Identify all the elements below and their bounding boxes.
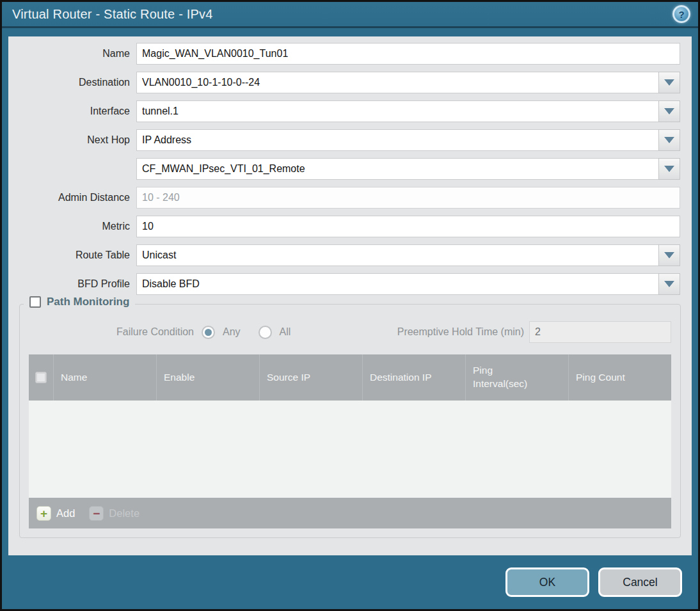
chevron-down-icon bbox=[664, 166, 674, 172]
column-header-ping-interval[interactable]: Ping Interval(sec) bbox=[465, 354, 568, 401]
select-all-checkbox[interactable] bbox=[35, 372, 47, 383]
chevron-down-icon bbox=[664, 108, 674, 115]
radio-all-label: All bbox=[280, 326, 291, 338]
next-hop-label: Next Hop bbox=[8, 134, 130, 146]
chevron-down-icon bbox=[664, 281, 674, 287]
bfd-profile-dropdown-button[interactable] bbox=[658, 273, 680, 295]
add-button[interactable]: + Add bbox=[36, 506, 75, 521]
cancel-button[interactable]: Cancel bbox=[598, 567, 682, 597]
path-monitoring-checkbox[interactable] bbox=[29, 296, 41, 308]
preemptive-hold-time-input[interactable] bbox=[529, 321, 671, 343]
form-row-name: Name bbox=[8, 43, 692, 65]
admin-distance-input[interactable] bbox=[136, 187, 680, 209]
table-body-empty bbox=[29, 401, 671, 498]
chevron-down-icon bbox=[664, 252, 674, 258]
static-route-dialog: Virtual Router - Static Route - IPv4 ? N… bbox=[0, 0, 700, 611]
radio-all-icon[interactable] bbox=[259, 326, 272, 339]
dialog-title: Virtual Router - Static Route - IPv4 bbox=[12, 7, 213, 22]
destination-label: Destination bbox=[8, 77, 130, 88]
delete-button[interactable]: − Delete bbox=[89, 506, 139, 521]
destination-input[interactable] bbox=[136, 72, 659, 93]
admin-distance-label: Admin Distance bbox=[8, 192, 130, 203]
bfd-profile-label: BFD Profile bbox=[8, 278, 130, 290]
chevron-down-icon bbox=[664, 137, 674, 143]
ok-button[interactable]: OK bbox=[505, 567, 589, 597]
destination-dropdown-button[interactable] bbox=[658, 72, 680, 93]
failure-condition-radio-group: Any All bbox=[202, 326, 290, 339]
radio-any-label: Any bbox=[223, 326, 241, 338]
next-hop-type-dropdown-button[interactable] bbox=[658, 129, 680, 151]
form-row-bfd-profile: BFD Profile bbox=[8, 273, 692, 295]
table-toolbar: + Add − Delete bbox=[29, 498, 671, 528]
add-button-label: Add bbox=[56, 507, 75, 520]
delete-button-label: Delete bbox=[109, 507, 139, 520]
dialog-body: Name Destination Interface bbox=[8, 36, 692, 555]
interface-input[interactable] bbox=[136, 100, 659, 122]
interface-dropdown-button[interactable] bbox=[658, 100, 680, 122]
form-row-metric: Metric bbox=[8, 216, 692, 237]
next-hop-address-dropdown-button[interactable] bbox=[658, 158, 680, 180]
path-monitoring-group: Path Monitoring Failure Condition Any Al… bbox=[19, 304, 681, 538]
plus-icon: + bbox=[36, 506, 51, 521]
header-checkbox-cell bbox=[29, 354, 53, 401]
form-row-destination: Destination bbox=[8, 72, 692, 93]
next-hop-type-input[interactable] bbox=[136, 129, 659, 151]
route-table-dropdown-button[interactable] bbox=[658, 244, 680, 266]
bfd-profile-input[interactable] bbox=[136, 273, 659, 295]
form-row-interface: Interface bbox=[8, 100, 692, 122]
form-row-next-hop: Next Hop bbox=[8, 129, 692, 151]
interface-label: Interface bbox=[8, 106, 130, 117]
failure-condition-label: Failure Condition bbox=[29, 326, 194, 338]
help-glyph: ? bbox=[678, 9, 684, 20]
metric-label: Metric bbox=[8, 221, 130, 232]
title-bar: Virtual Router - Static Route - IPv4 ? bbox=[2, 2, 698, 28]
preemptive-hold-time-label: Preemptive Hold Time (min) bbox=[397, 326, 529, 338]
form-row-route-table: Route Table bbox=[8, 244, 692, 266]
radio-option-all[interactable]: All bbox=[259, 326, 291, 339]
form-row-admin-distance: Admin Distance bbox=[8, 187, 692, 209]
next-hop-address-input[interactable] bbox=[136, 158, 659, 180]
chevron-down-icon bbox=[664, 79, 674, 86]
form-row-next-hop-address bbox=[8, 158, 692, 180]
failure-condition-row: Failure Condition Any All Preemptive Hol… bbox=[29, 321, 671, 343]
path-monitoring-title: Path Monitoring bbox=[47, 296, 129, 308]
table-header: Name Enable Source IP Destination IP Pin… bbox=[29, 354, 671, 401]
column-header-destination-ip[interactable]: Destination IP bbox=[362, 354, 465, 401]
column-header-source-ip[interactable]: Source IP bbox=[259, 354, 362, 401]
dialog-footer: OK Cancel bbox=[2, 555, 698, 609]
column-header-enable[interactable]: Enable bbox=[156, 354, 259, 401]
column-header-ping-count[interactable]: Ping Count bbox=[568, 354, 671, 401]
route-table-label: Route Table bbox=[8, 250, 130, 261]
name-label: Name bbox=[8, 48, 130, 60]
path-monitoring-legend: Path Monitoring bbox=[24, 296, 135, 308]
path-monitoring-table: Name Enable Source IP Destination IP Pin… bbox=[29, 354, 671, 528]
metric-input[interactable] bbox=[136, 216, 680, 237]
column-header-name[interactable]: Name bbox=[53, 354, 156, 401]
minus-icon: − bbox=[89, 506, 104, 521]
help-icon[interactable]: ? bbox=[672, 5, 690, 23]
radio-any-icon[interactable] bbox=[202, 326, 215, 339]
route-table-input[interactable] bbox=[136, 244, 659, 266]
radio-option-any[interactable]: Any bbox=[202, 326, 241, 339]
name-input[interactable] bbox=[136, 43, 680, 65]
